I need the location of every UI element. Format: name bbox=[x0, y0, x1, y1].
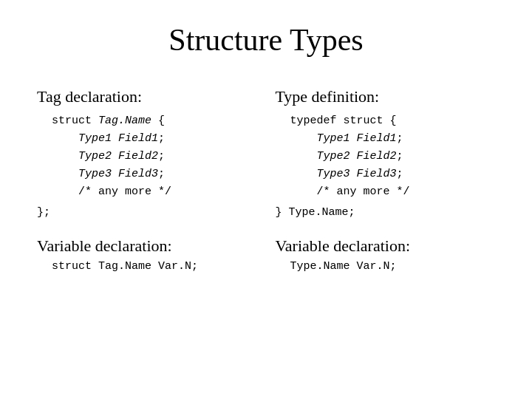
left-heading: Tag declaration: bbox=[37, 87, 257, 106]
right-code-line-3: Type2 Field2; bbox=[290, 148, 495, 166]
right-code-block: typedef struct { Type1 Field1; Type2 Fie… bbox=[290, 112, 495, 201]
left-code-line-2: Type1 Field1; bbox=[52, 130, 257, 148]
left-code-line-3: Type2 Field2; bbox=[52, 148, 257, 166]
left-column: Tag declaration: struct Tag.Name { Type1… bbox=[37, 87, 257, 273]
left-code-line-5: /* any more */ bbox=[52, 183, 257, 201]
left-code-line-1: struct Tag.Name { bbox=[52, 112, 257, 130]
right-code-line-4: Type3 Field3; bbox=[290, 166, 495, 183]
right-heading: Type definition: bbox=[275, 87, 495, 106]
two-column-layout: Tag declaration: struct Tag.Name { Type1… bbox=[37, 87, 495, 273]
left-var-heading: Variable declaration: bbox=[37, 236, 257, 256]
page: Structure Types Tag declaration: struct … bbox=[0, 0, 532, 399]
left-closing-line: }; bbox=[37, 204, 257, 222]
page-title: Structure Types bbox=[168, 22, 363, 58]
left-code-line-4: Type3 Field3; bbox=[52, 166, 257, 183]
right-var-code: Type.Name Var.N; bbox=[290, 260, 495, 273]
right-closing-line: } Type.Name; bbox=[275, 204, 495, 222]
right-var-heading: Variable declaration: bbox=[275, 236, 495, 256]
right-code-line-5: /* any more */ bbox=[290, 183, 495, 201]
right-code-line-2: Type1 Field1; bbox=[290, 130, 495, 148]
left-var-code: struct Tag.Name Var.N; bbox=[52, 260, 257, 273]
right-column: Type definition: typedef struct { Type1 … bbox=[275, 87, 495, 273]
right-code-line-1: typedef struct { bbox=[290, 112, 495, 130]
left-code-block: struct Tag.Name { Type1 Field1; Type2 Fi… bbox=[52, 112, 257, 201]
